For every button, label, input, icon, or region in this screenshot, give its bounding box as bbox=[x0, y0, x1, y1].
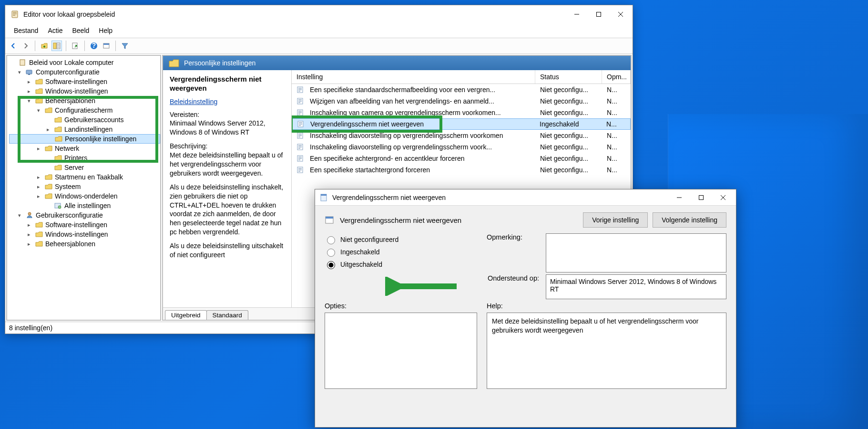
menu-bestand[interactable]: Bestand bbox=[9, 25, 43, 36]
tree-windows1[interactable]: ▸Windows-instellingen bbox=[9, 86, 160, 96]
tree-root[interactable]: Beleid voor Lokale computer bbox=[9, 58, 160, 67]
up-folder-icon[interactable] bbox=[39, 41, 50, 51]
back-icon[interactable] bbox=[8, 41, 19, 51]
opmerking-textarea[interactable] bbox=[546, 233, 726, 272]
policy-dialog: Vergrendelingsscherm niet weergeven Verg… bbox=[315, 189, 736, 428]
setting-icon bbox=[296, 120, 306, 128]
tab-uitgebreid[interactable]: Uitgebreid bbox=[165, 310, 207, 320]
tree-windows2[interactable]: ▸Windows-instellingen bbox=[9, 230, 160, 239]
radio-notconfigured[interactable]: Niet geconfigureerd bbox=[325, 233, 477, 246]
tree-beheersjablonen2[interactable]: ▸Beheersjablonen bbox=[9, 239, 160, 249]
setting-name: Een specifieke startachtergrond forceren bbox=[305, 165, 535, 175]
radio-disabled[interactable]: Uitgeschakeld bbox=[325, 258, 477, 271]
minimize-button[interactable] bbox=[566, 7, 588, 22]
tree-label: Software-instellingen bbox=[45, 78, 107, 85]
tree-systeem[interactable]: ▸Systeem bbox=[9, 182, 160, 191]
setting-name: Een specifieke achtergrond- en accentkle… bbox=[305, 154, 535, 163]
next-setting-button[interactable]: Volgende instelling bbox=[653, 212, 726, 228]
setting-icon bbox=[296, 109, 305, 116]
dialog-icon bbox=[320, 193, 328, 202]
opties-box[interactable] bbox=[325, 313, 477, 389]
list-header: Instelling Status Opm... bbox=[292, 70, 631, 84]
tree-software1[interactable]: ▸Software-instellingen bbox=[9, 77, 160, 86]
tree-config[interactable]: ▾Configuratiescherm bbox=[9, 105, 160, 115]
help-icon[interactable]: ? bbox=[89, 41, 99, 51]
setting-status: Niet geconfigu... bbox=[535, 165, 602, 175]
list-row[interactable]: Een specifieke startachtergrond forceren… bbox=[292, 164, 631, 176]
tree-label: Printers bbox=[64, 154, 87, 162]
setting-opm: N... bbox=[602, 142, 631, 152]
setting-icon bbox=[296, 155, 305, 162]
setting-status: Niet geconfigu... bbox=[535, 131, 602, 140]
list-row[interactable]: Een specifieke achtergrond- en accentkle… bbox=[292, 153, 631, 164]
dialog-header-icon bbox=[325, 215, 335, 225]
tree-label: Alle instellingen bbox=[64, 202, 111, 209]
setting-icon bbox=[296, 132, 305, 139]
tree-land[interactable]: ▸Landinstellingen bbox=[9, 125, 160, 134]
dialog-titlebar: Vergrendelingsscherm niet weergeven bbox=[315, 189, 736, 206]
maximize-button[interactable] bbox=[588, 7, 610, 22]
svg-rect-9 bbox=[20, 60, 25, 65]
tree-server[interactable]: Server bbox=[9, 163, 160, 172]
close-button[interactable] bbox=[610, 7, 632, 22]
tree-gebruikersconfig[interactable]: ▾Gebruikersconfiguratie bbox=[9, 210, 160, 220]
prev-setting-button[interactable]: Vorige instelling bbox=[583, 212, 648, 228]
tree-label: Configuratiescherm bbox=[55, 106, 112, 114]
list-row[interactable]: Inschakeling diavoorstelling op vergrend… bbox=[292, 130, 631, 141]
export-icon[interactable] bbox=[70, 41, 81, 51]
treelist-toggle-icon[interactable] bbox=[51, 41, 62, 51]
setting-opm: N... bbox=[602, 154, 631, 163]
tree-persoonlijke[interactable]: Persoonlijke instellingen bbox=[9, 134, 160, 144]
list-row[interactable]: Inschakeling van camera op vergrendeling… bbox=[292, 107, 631, 118]
setting-status: Niet geconfigu... bbox=[535, 108, 602, 117]
dialog-header-label: Vergrendelingsscherm niet weergeven bbox=[340, 216, 578, 224]
vereisten-label: Vereisten: bbox=[170, 111, 199, 118]
setting-status: Niet geconfigu... bbox=[535, 85, 602, 94]
tree-gebruikers[interactable]: Gebruikersaccounts bbox=[9, 115, 160, 125]
col-opmerking[interactable]: Opm... bbox=[602, 70, 631, 84]
svg-point-13 bbox=[58, 206, 61, 209]
beleidsinstelling-link[interactable]: Beleidsinstelling bbox=[170, 98, 217, 105]
tree-netwerk[interactable]: ▸Netwerk bbox=[9, 144, 160, 153]
dialog-maximize-button[interactable] bbox=[690, 190, 712, 205]
list-row[interactable]: Wijzigen van afbeelding van het vergrend… bbox=[292, 95, 631, 107]
radio-enabled[interactable]: Ingeschakeld bbox=[325, 246, 477, 258]
col-instelling[interactable]: Instelling bbox=[292, 70, 535, 84]
window-title: Editor voor lokaal groepsbeleid bbox=[23, 10, 566, 18]
list-row[interactable]: Een specifieke standaardschermafbeelding… bbox=[292, 84, 631, 95]
tree-printers[interactable]: Printers bbox=[9, 153, 160, 163]
svg-rect-10 bbox=[26, 70, 32, 74]
tree-software2[interactable]: ▸Software-instellingen bbox=[9, 220, 160, 230]
col-status[interactable]: Status bbox=[535, 70, 602, 84]
tree-windowsond[interactable]: ▸Windows-onderdelen bbox=[9, 191, 160, 201]
tree-computerconfig[interactable]: ▾Computerconfiguratie bbox=[9, 67, 160, 77]
setting-opm: N... bbox=[602, 119, 630, 129]
menu-beeld[interactable]: Beeld bbox=[68, 25, 94, 36]
tree-label: Beleid voor Lokale computer bbox=[29, 59, 113, 66]
forward-icon[interactable] bbox=[20, 41, 31, 51]
filter-icon[interactable] bbox=[120, 41, 130, 51]
menu-actie[interactable]: Actie bbox=[43, 25, 67, 36]
tree-beheersjablonen[interactable]: ▾Beheersjablonen bbox=[9, 96, 160, 105]
tree-alle[interactable]: Alle instellingen bbox=[9, 201, 160, 210]
list-row[interactable]: Inschakeling diavoorstelling op vergrend… bbox=[292, 141, 631, 153]
ondersteund-value: Minimaal Windows Server 2012, Windows 8 … bbox=[550, 278, 716, 293]
list-row[interactable]: Vergrendelingsscherm niet weergevenInges… bbox=[292, 118, 631, 130]
toolbar-separator bbox=[35, 41, 35, 51]
dialog-minimize-button[interactable] bbox=[668, 190, 690, 205]
setting-status: Niet geconfigu... bbox=[535, 154, 602, 163]
properties-icon[interactable] bbox=[101, 41, 112, 51]
ondersteund-label: Ondersteund op: bbox=[487, 274, 539, 299]
help-text: Met deze beleidsinstelling bepaalt u of … bbox=[492, 317, 698, 334]
svg-rect-0 bbox=[12, 11, 18, 18]
tree-startmenu[interactable]: ▸Startmenu en Taakbalk bbox=[9, 172, 160, 182]
svg-rect-27 bbox=[326, 217, 333, 219]
opties-label: Opties: bbox=[325, 302, 477, 310]
setting-icon bbox=[296, 166, 305, 174]
app-icon bbox=[11, 10, 20, 19]
tab-standaard[interactable]: Standaard bbox=[206, 310, 248, 320]
tree-pane[interactable]: Beleid voor Lokale computer ▾Computercon… bbox=[6, 55, 161, 321]
help-box[interactable]: Met deze beleidsinstelling bepaalt u of … bbox=[487, 313, 726, 389]
dialog-close-button[interactable] bbox=[712, 190, 734, 205]
menu-help[interactable]: Help bbox=[94, 25, 117, 36]
